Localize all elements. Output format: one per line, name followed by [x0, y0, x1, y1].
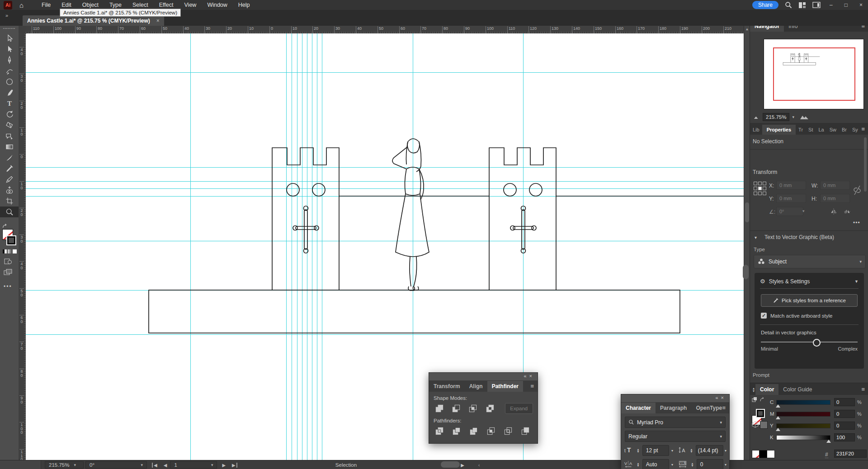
Y-value-field[interactable]: 0	[834, 422, 855, 430]
font-size-stepper[interactable]: ▲▼	[635, 448, 641, 453]
C-value-field[interactable]: 0	[834, 398, 855, 406]
character-menu-icon[interactable]: ≡	[722, 404, 726, 411]
gradient-tool[interactable]	[0, 141, 19, 152]
menu-file[interactable]: File	[36, 0, 56, 9]
horizontal-ruler[interactable]: 1101009080706050403020100102030405060708…	[26, 26, 744, 33]
C-slider-handle[interactable]	[776, 404, 780, 408]
menu-type[interactable]: Type	[104, 0, 127, 9]
leading-stepper[interactable]: ▲▼	[689, 448, 694, 453]
menu-select[interactable]: Select	[127, 0, 154, 9]
none-swatch[interactable]	[752, 450, 760, 458]
menu-edit[interactable]: Edit	[56, 0, 77, 9]
menu-object[interactable]: Object	[77, 0, 104, 9]
transform-more-options[interactable]: •••	[853, 220, 860, 226]
paintbrush-tool[interactable]	[0, 87, 19, 98]
shape-builder-tool[interactable]	[0, 185, 19, 196]
shape-mode-unite-button[interactable]	[434, 403, 445, 414]
h-field[interactable]: 0 mm	[820, 194, 850, 203]
tab-properties[interactable]: Properties	[762, 125, 796, 135]
panel-collapse-icon[interactable]: ▴▾	[750, 384, 755, 395]
reference-point[interactable]	[758, 187, 762, 190]
reference-point[interactable]	[763, 192, 766, 195]
kerning-stepper[interactable]: ▲▼	[635, 462, 641, 467]
pathfinder-trim-button[interactable]	[451, 426, 462, 436]
type-tool[interactable]: T	[0, 98, 19, 109]
font-family-field[interactable]: Myriad Pro ▾	[625, 417, 726, 428]
ruler-origin-corner[interactable]	[19, 26, 26, 34]
tab-tr[interactable]: Tr	[796, 125, 806, 135]
arrange-documents-icon[interactable]	[798, 2, 806, 9]
angle-dropdown-icon[interactable]: ▾	[802, 209, 805, 213]
expand-button[interactable]: Expand	[505, 403, 533, 414]
match-artboard-checkbox[interactable]: ✓	[761, 313, 767, 319]
close-panel-icon[interactable]: ×	[721, 395, 726, 400]
menu-view[interactable]: View	[179, 0, 202, 9]
reference-point[interactable]	[754, 192, 757, 195]
shape-mode-minus-front-button[interactable]	[450, 403, 462, 414]
character-tab-paragraph[interactable]: Paragraph	[656, 403, 691, 413]
character-panel-header[interactable]: «×	[621, 394, 729, 402]
kerning-dropdown-icon[interactable]: ▾	[670, 463, 674, 467]
pathfinder-merge-button[interactable]	[468, 426, 480, 436]
x-field[interactable]: 0 mm	[776, 181, 806, 190]
stroke-color-swatch[interactable]	[6, 235, 16, 245]
M-slider[interactable]	[776, 412, 830, 417]
font-size-field[interactable]: 12 pt	[642, 445, 669, 456]
reference-point-grid[interactable]	[754, 182, 766, 195]
zoom-in-mountain-icon[interactable]	[800, 115, 809, 120]
kerning-field[interactable]: Auto	[642, 459, 669, 469]
pathfinder-panel-header[interactable]: «×	[429, 373, 538, 380]
color-button[interactable]	[3, 249, 7, 253]
horizontal-scroll-thumb[interactable]	[441, 461, 460, 468]
detail-slider[interactable]	[761, 342, 858, 342]
document-tab-close-icon[interactable]: ×	[156, 18, 160, 24]
shape-mode-intersect-button[interactable]	[467, 403, 479, 414]
close-panel-icon[interactable]: ×	[529, 373, 535, 379]
C-slider[interactable]	[776, 400, 830, 405]
K-slider[interactable]	[776, 435, 830, 440]
leading-field[interactable]: (14.4 pt)	[696, 445, 723, 456]
reference-point[interactable]	[754, 187, 757, 190]
next-artboard-button[interactable]: ▶	[222, 463, 226, 468]
collapse-panel-icon[interactable]: «	[524, 373, 529, 379]
last-color-proxy[interactable]	[760, 421, 768, 429]
character-tab-character[interactable]: Character	[621, 403, 656, 413]
toolbar-drag-handle[interactable]: ••••••••	[0, 27, 19, 30]
zoom-dropdown-icon[interactable]: ▾	[792, 115, 794, 119]
curvature-tool[interactable]	[0, 66, 19, 76]
artboard-tool[interactable]	[0, 196, 19, 206]
link-dimensions-icon[interactable]	[853, 184, 861, 196]
last-artboard-button[interactable]: ▶	[232, 463, 237, 468]
scroll-left-icon[interactable]: ‹	[478, 462, 480, 468]
statusbar-rotation-field[interactable]: 0°▾	[85, 461, 147, 469]
Y-slider[interactable]	[776, 423, 830, 428]
toolbar-expand-icon[interactable]: »	[5, 13, 8, 18]
direct-selection-tool[interactable]	[0, 44, 19, 55]
document-tab[interactable]: Annies Castle 1.ai* @ 215.75 % (CMYK/Pre…	[23, 15, 164, 26]
screen-mode-icon[interactable]	[4, 269, 13, 277]
previous-artboard-button[interactable]: ◀	[164, 463, 167, 468]
pathfinder-minus-back-button[interactable]	[519, 426, 531, 436]
knife-tool[interactable]	[0, 152, 19, 163]
y-field[interactable]: 0 mm	[776, 194, 806, 203]
eyedropper-tool[interactable]	[0, 163, 19, 174]
artboard-number-field[interactable]: 1▾	[170, 461, 217, 469]
character-tab-opentype[interactable]: OpenType	[691, 403, 726, 413]
smooth-tool[interactable]	[0, 174, 19, 185]
ttv-type-select[interactable]: Subject ▾	[754, 255, 866, 268]
font-size-dropdown-icon[interactable]: ▾	[670, 449, 674, 453]
tracking-dropdown-icon[interactable]: ▾	[725, 463, 726, 467]
tab-sw[interactable]: Sw	[827, 125, 839, 135]
minimize-button[interactable]: –	[827, 2, 835, 8]
black-swatch[interactable]	[760, 450, 767, 458]
navigator-view-rect[interactable]	[773, 47, 855, 101]
reference-point[interactable]	[754, 182, 757, 185]
first-artboard-button[interactable]: ◀	[152, 463, 157, 468]
tracking-field[interactable]: 0	[697, 459, 723, 469]
draw-mode-icon[interactable]	[4, 258, 12, 267]
3d-material-icon[interactable]	[752, 421, 759, 428]
properties-menu-icon[interactable]: ≡	[861, 126, 865, 132]
tab-lib[interactable]: Lib	[750, 125, 762, 135]
selection-tool[interactable]	[0, 33, 19, 44]
ellipse-tool[interactable]	[0, 76, 19, 87]
